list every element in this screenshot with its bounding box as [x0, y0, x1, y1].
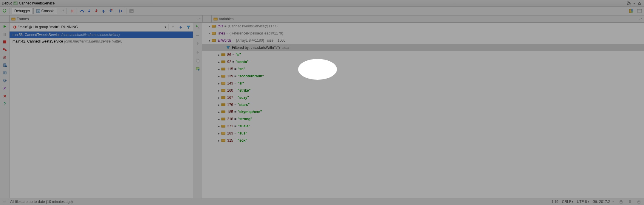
layout-button[interactable]: [628, 8, 634, 14]
close-button[interactable]: [2, 93, 7, 99]
variable-row[interactable]: ▸315 = "sox": [202, 137, 644, 144]
pin-button[interactable]: [2, 86, 7, 91]
svg-rect-8: [130, 10, 133, 12]
stack-frame[interactable]: run:56, CannedTweetsService (com.mechani…: [10, 32, 193, 38]
caret-position[interactable]: 1:19: [551, 200, 558, 204]
prev-frame-button[interactable]: [170, 24, 176, 30]
gear-icon[interactable]: [626, 1, 631, 6]
console-icon: [36, 9, 40, 13]
file-encoding[interactable]: UTF-8♦: [577, 200, 589, 204]
restore-layout-icon[interactable]: [2, 70, 7, 76]
variable-row[interactable]: ▸86 = "s": [202, 51, 644, 58]
expander-icon[interactable]: ▸: [216, 89, 221, 92]
svg-rect-73: [222, 111, 225, 113]
tab-debugger[interactable]: Debugger: [12, 8, 33, 14]
variable-row[interactable]: ▸218 = "strong": [202, 115, 644, 123]
show-execution-point-button[interactable]: [68, 8, 75, 14]
object-icon: [221, 124, 225, 128]
force-step-into-button[interactable]: [93, 8, 100, 14]
expander-icon[interactable]: ▸: [216, 110, 221, 114]
frames-label: Frames: [17, 17, 29, 21]
thread-selector[interactable]: "main"@1 in group "main": RUNNING: [11, 24, 168, 30]
variable-row[interactable]: ▸139 = "scooterbraun": [202, 73, 644, 80]
frames-icon: [11, 17, 16, 21]
svg-rect-20: [4, 33, 4, 36]
expander-icon[interactable]: ▸: [216, 82, 221, 85]
expander-icon[interactable]: ▸: [207, 25, 212, 28]
get-thread-dump-button[interactable]: [2, 62, 7, 68]
expander-icon[interactable]: ▸: [216, 53, 221, 57]
variable-row[interactable]: ▸115 = "sn": [202, 65, 644, 73]
run-config-name: CannedTweetsService: [19, 1, 55, 5]
variable-row[interactable]: ▾allWords = {ArrayList@1180}size = 1000: [202, 37, 644, 44]
variable-row[interactable]: ▸271 = "suele": [202, 123, 644, 130]
variable-row[interactable]: ▸176 = "stars": [202, 101, 644, 108]
svg-rect-90: [620, 201, 622, 203]
expander-icon[interactable]: ▸: [216, 75, 221, 78]
expander-icon[interactable]: ▾: [207, 39, 212, 42]
line-separator[interactable]: CRLF♦: [562, 200, 573, 204]
restore-layout-button[interactable]: [636, 8, 643, 14]
expander-icon[interactable]: ▸: [216, 125, 221, 128]
lock-icon[interactable]: [618, 199, 624, 204]
expander-icon[interactable]: ▸: [216, 132, 221, 135]
variable-row[interactable]: ▸185 = "skymsphere": [202, 108, 644, 115]
clear-filter-link[interactable]: clear: [282, 46, 290, 50]
expander-icon[interactable]: ▸: [216, 139, 221, 142]
dropdown-icon[interactable]: →*: [637, 17, 642, 21]
tab-console[interactable]: Console: [33, 8, 57, 14]
dropdown-icon[interactable]: →*: [196, 17, 201, 21]
svg-rect-58: [222, 75, 225, 77]
show-watches-button[interactable]: [195, 66, 200, 71]
step-out-button[interactable]: [100, 8, 107, 14]
expander-icon[interactable]: ▸: [216, 60, 221, 64]
view-breakpoints-button[interactable]: [2, 47, 7, 52]
variable-row[interactable]: ▸92 = "sonta": [202, 58, 644, 65]
drop-frame-button[interactable]: [107, 8, 114, 14]
rerun-button[interactable]: [1, 8, 8, 14]
variable-row[interactable]: ▸lines = {ReferencePipeline$Head@1179}: [202, 30, 644, 37]
svg-rect-55: [222, 68, 225, 70]
mute-breakpoints-button[interactable]: [2, 55, 7, 60]
copy-button[interactable]: [195, 58, 200, 63]
stack-frame[interactable]: main:42, CannedTweetsService (com.mechan…: [10, 38, 193, 45]
variable-row[interactable]: ▸167 = "suzy": [202, 94, 644, 101]
move-up-button[interactable]: [195, 41, 200, 46]
svg-rect-46: [212, 39, 216, 42]
new-watch-button[interactable]: →*: [58, 8, 64, 14]
expander-icon[interactable]: ▸: [216, 68, 221, 71]
git-branch[interactable]: Git: 2017.2↔: [592, 200, 615, 204]
expander-icon[interactable]: ▸: [216, 103, 221, 107]
move-down-button[interactable]: [195, 49, 200, 55]
variable-row[interactable]: ▸this = {CannedTweetsService@1177}: [202, 23, 644, 30]
variable-row[interactable]: ▸143 = "si": [202, 80, 644, 87]
pause-button[interactable]: [2, 32, 7, 37]
variables-panel-header[interactable]: Variables →*: [212, 15, 644, 22]
resume-button[interactable]: [2, 24, 7, 29]
run-to-cursor-button[interactable]: [118, 8, 124, 14]
svg-rect-92: [638, 201, 640, 203]
expander-icon[interactable]: ▸: [207, 32, 212, 35]
expander-icon[interactable]: ▸: [216, 118, 221, 121]
remove-watch-button[interactable]: [195, 33, 200, 38]
svg-point-28: [5, 65, 7, 67]
processes-icon[interactable]: [627, 199, 633, 204]
variable-row[interactable]: ▸283 = "sus": [202, 130, 644, 137]
next-frame-button[interactable]: [177, 24, 184, 30]
settings-button[interactable]: [2, 78, 7, 83]
filter-frames-button[interactable]: [185, 24, 192, 30]
step-into-button[interactable]: [86, 8, 92, 14]
svg-rect-16: [12, 18, 15, 20]
help-button[interactable]: ?: [2, 101, 7, 107]
filter-label: Filtered by: this.startsWith("s"): [232, 46, 280, 50]
hector-icon[interactable]: [636, 199, 642, 204]
variable-row[interactable]: ▸160 = "strike": [202, 87, 644, 94]
dropdown-arrow-icon[interactable]: ▾: [633, 1, 635, 5]
expander-icon[interactable]: ▸: [216, 96, 221, 99]
frames-panel-header[interactable]: Frames →*: [10, 15, 203, 22]
add-to-watches-button[interactable]: [195, 24, 200, 30]
evaluate-expression-button[interactable]: [128, 8, 135, 14]
stop-button[interactable]: [2, 39, 7, 45]
hide-icon[interactable]: [637, 1, 642, 6]
step-over-button[interactable]: [79, 8, 85, 14]
